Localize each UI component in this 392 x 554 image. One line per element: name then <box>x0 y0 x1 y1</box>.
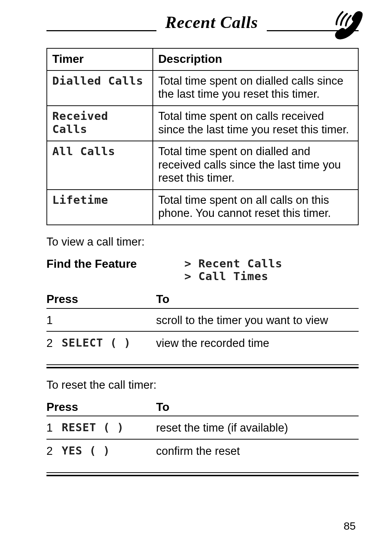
menu-path: > Call Times <box>184 270 282 283</box>
steps-header-to: To <box>156 290 359 308</box>
step-press: SELECT ( ) <box>62 331 156 354</box>
page-number: 85 <box>344 520 356 533</box>
step-to: reset the time (if available) <box>156 416 359 439</box>
step-to: scroll to the timer you want to view <box>156 308 359 332</box>
timer-desc: Total time spent on calls received since… <box>153 106 358 141</box>
double-rule <box>46 472 359 476</box>
table-row: 2 SELECT ( ) view the recorded time <box>46 331 359 354</box>
timer-table: Timer Description Dialled Calls Total ti… <box>46 48 359 225</box>
table-row: 2 YES ( ) confirm the reset <box>46 439 359 462</box>
header-rule-left <box>46 30 156 31</box>
table-row: All Calls Total time spent on dialled an… <box>47 141 358 190</box>
menu-path: > Recent Calls <box>184 257 282 270</box>
steps-header-press: Press <box>46 290 156 308</box>
table-row: Received Calls Total time spent on calls… <box>47 106 358 141</box>
page-title: Recent Calls <box>165 12 258 32</box>
step-to: confirm the reset <box>156 439 359 462</box>
steps-view-table: Press To 1 scroll to the timer you want … <box>46 290 359 354</box>
find-the-feature: Find the Feature > Recent Calls > Call T… <box>46 257 359 283</box>
table-row: 1 RESET ( ) reset the time (if available… <box>46 416 359 439</box>
step-press: YES ( ) <box>62 439 156 462</box>
step-number: 2 <box>46 439 62 462</box>
timer-desc: Total time spent on all calls on this ph… <box>153 190 358 225</box>
timer-desc: Total time spent on dialled calls since … <box>153 70 358 106</box>
timer-desc: Total time spent on dialled and received… <box>153 141 358 190</box>
phone-icon <box>334 9 365 41</box>
steps-header-to: To <box>156 398 359 416</box>
double-rule <box>46 364 359 368</box>
table-row: 1 scroll to the timer you want to view <box>46 308 359 332</box>
step-press <box>62 308 156 332</box>
table-row: Dialled Calls Total time spent on dialle… <box>47 70 358 106</box>
step-number: 2 <box>46 331 62 354</box>
timer-header-timer: Timer <box>47 48 153 70</box>
timer-name: Lifetime <box>47 190 153 225</box>
step-to: view the recorded time <box>156 331 359 354</box>
timer-name: Dialled Calls <box>47 70 153 106</box>
timer-name: All Calls <box>47 141 153 190</box>
find-feature-label: Find the Feature <box>46 257 184 271</box>
intro-reset: To reset the call timer: <box>46 379 359 392</box>
step-press: RESET ( ) <box>62 416 156 439</box>
timer-name: Received Calls <box>47 106 153 141</box>
timer-header-description: Description <box>153 48 358 70</box>
steps-reset-table: Press To 1 RESET ( ) reset the time (if … <box>46 398 359 462</box>
table-row: Lifetime Total time spent on all calls o… <box>47 190 358 225</box>
step-number: 1 <box>46 416 62 439</box>
steps-header-press: Press <box>46 398 156 416</box>
step-number: 1 <box>46 308 62 332</box>
intro-view: To view a call timer: <box>46 235 359 248</box>
